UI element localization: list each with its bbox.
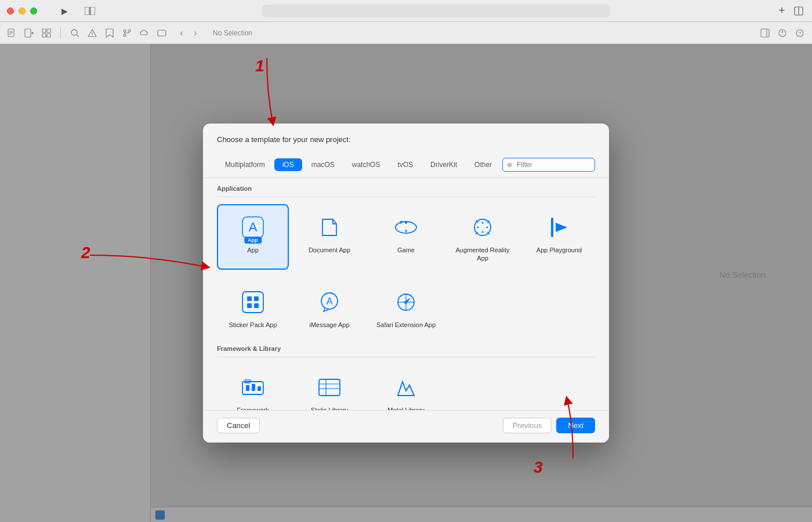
run-button[interactable]: ▶ bbox=[58, 5, 71, 17]
next-button[interactable]: Next bbox=[556, 418, 595, 433]
svg-rect-58 bbox=[319, 379, 340, 396]
template-game[interactable]: Game bbox=[370, 204, 442, 270]
search-bar bbox=[262, 5, 610, 17]
framework-label: Framework bbox=[237, 406, 269, 410]
svg-marker-20 bbox=[106, 29, 113, 37]
filter-input[interactable] bbox=[502, 158, 595, 172]
game-label: Game bbox=[397, 246, 415, 254]
nav-back-button[interactable]: ‹ bbox=[176, 27, 187, 39]
template-augmented-reality-app[interactable]: Augmented Reality App bbox=[447, 204, 519, 270]
svg-point-15 bbox=[71, 30, 77, 35]
new-project-modal: Choose a template for your new project: … bbox=[203, 124, 609, 443]
no-selection-label: No Selection bbox=[213, 29, 252, 37]
ar-app-label: Augmented Reality App bbox=[452, 246, 513, 263]
safari-ext-icon-wrap bbox=[391, 287, 421, 317]
tab-watchos[interactable]: watchOS bbox=[344, 158, 389, 171]
search-icon[interactable] bbox=[69, 27, 81, 39]
nav-forward-button[interactable]: › bbox=[190, 27, 201, 39]
file-icon[interactable] bbox=[6, 27, 17, 39]
template-static-library[interactable]: Static Library bbox=[293, 364, 365, 410]
cancel-button[interactable]: Cancel bbox=[217, 418, 260, 433]
warning-icon[interactable] bbox=[86, 27, 98, 39]
application-template-grid-2: Sticker Pack App A iMessage App bbox=[217, 279, 595, 336]
svg-rect-8 bbox=[25, 29, 31, 37]
add-file-icon[interactable] bbox=[23, 27, 35, 39]
safari-ext-label: Safari Extension App bbox=[376, 321, 436, 329]
framework-icon-wrap bbox=[238, 372, 268, 403]
split-view-button[interactable] bbox=[84, 5, 96, 17]
modal-footer: Cancel Previous Next bbox=[203, 410, 609, 443]
ar-icon-wrap bbox=[467, 212, 498, 242]
svg-rect-54 bbox=[246, 385, 249, 391]
framework-template-grid: Framework Static Library bbox=[217, 364, 595, 410]
cloud-icon[interactable] bbox=[139, 27, 150, 39]
svg-rect-55 bbox=[252, 384, 255, 391]
svg-rect-14 bbox=[47, 34, 50, 37]
tab-tvos[interactable]: tvOS bbox=[389, 158, 421, 171]
template-safari-extension[interactable]: Safari Extension App bbox=[370, 279, 442, 336]
svg-point-42 bbox=[487, 227, 488, 229]
tab-macos[interactable]: macOS bbox=[303, 158, 343, 171]
filter-icon: ⊕ bbox=[507, 161, 512, 169]
document-app-label: Document App bbox=[309, 246, 350, 254]
metal-library-label: Metal Library bbox=[387, 406, 425, 410]
svg-rect-45 bbox=[254, 296, 259, 301]
template-framework[interactable]: Framework bbox=[217, 364, 289, 410]
template-imessage-app[interactable]: A iMessage App bbox=[293, 279, 365, 336]
template-document-app[interactable]: Document App bbox=[293, 204, 365, 270]
svg-rect-47 bbox=[254, 303, 259, 308]
metal-icon-wrap bbox=[391, 372, 421, 403]
svg-rect-25 bbox=[158, 30, 166, 36]
framework-section-header: Framework & Library bbox=[217, 345, 595, 357]
grid-icon[interactable] bbox=[41, 27, 52, 39]
svg-text:A: A bbox=[327, 296, 333, 306]
svg-line-16 bbox=[77, 35, 79, 37]
template-metal-library[interactable]: Metal Library bbox=[370, 364, 442, 410]
svg-rect-43 bbox=[242, 292, 263, 313]
minimize-button[interactable] bbox=[19, 8, 26, 14]
maximize-button[interactable] bbox=[30, 8, 37, 14]
app-icon-wrap: A App bbox=[238, 212, 268, 242]
template-app-playground[interactable]: App Playground bbox=[523, 204, 595, 270]
nav-buttons: ‹ › bbox=[176, 27, 201, 39]
template-app[interactable]: A App App bbox=[217, 204, 289, 270]
template-sticker-pack[interactable]: Sticker Pack App bbox=[217, 279, 289, 336]
imessage-icon-wrap: A bbox=[314, 287, 345, 317]
toolbar: ‹ › No Selection ? bbox=[0, 22, 812, 44]
svg-text:A: A bbox=[249, 220, 258, 234]
svg-point-21 bbox=[124, 30, 126, 32]
static-library-icon-wrap bbox=[314, 372, 345, 403]
editor-options-button[interactable] bbox=[792, 5, 805, 17]
close-button[interactable] bbox=[7, 8, 14, 14]
sticker-pack-label: Sticker Pack App bbox=[229, 321, 277, 329]
inspector-button[interactable] bbox=[759, 27, 771, 39]
svg-text:?: ? bbox=[798, 31, 801, 37]
tabs-row: Multiplatform iOS macOS watchOS tvOS Dri… bbox=[203, 152, 609, 178]
tab-other[interactable]: Other bbox=[466, 158, 500, 171]
app-playground-label: App Playground bbox=[536, 246, 582, 254]
titlebar: ▶ + bbox=[0, 0, 812, 22]
svg-rect-44 bbox=[247, 296, 252, 301]
tab-ios[interactable]: iOS bbox=[274, 158, 302, 171]
svg-point-39 bbox=[482, 222, 484, 224]
tab-multiplatform[interactable]: Multiplatform bbox=[217, 158, 273, 171]
add-button[interactable]: + bbox=[776, 5, 788, 17]
svg-point-37 bbox=[405, 230, 407, 232]
svg-point-23 bbox=[128, 30, 130, 32]
svg-rect-1 bbox=[90, 7, 95, 15]
bookmark-icon[interactable] bbox=[104, 27, 115, 39]
static-library-label: Static Library bbox=[311, 406, 348, 410]
modal-header: Choose a template for your new project: bbox=[203, 124, 609, 144]
previous-button[interactable]: Previous bbox=[503, 418, 552, 433]
library-button[interactable] bbox=[776, 27, 789, 39]
template-scroll[interactable]: Application A App App bbox=[203, 178, 609, 410]
svg-point-19 bbox=[92, 35, 92, 35]
help-button[interactable]: ? bbox=[793, 27, 806, 39]
rectangle-icon[interactable] bbox=[156, 27, 168, 39]
tab-driverkit[interactable]: DriverKit bbox=[422, 158, 465, 171]
application-template-grid: A App App Document App bbox=[217, 204, 595, 270]
git-icon[interactable] bbox=[121, 27, 133, 39]
app-badge: App bbox=[244, 237, 262, 244]
filter-wrap: ⊕ bbox=[502, 158, 595, 172]
application-section-header: Application bbox=[217, 185, 595, 197]
